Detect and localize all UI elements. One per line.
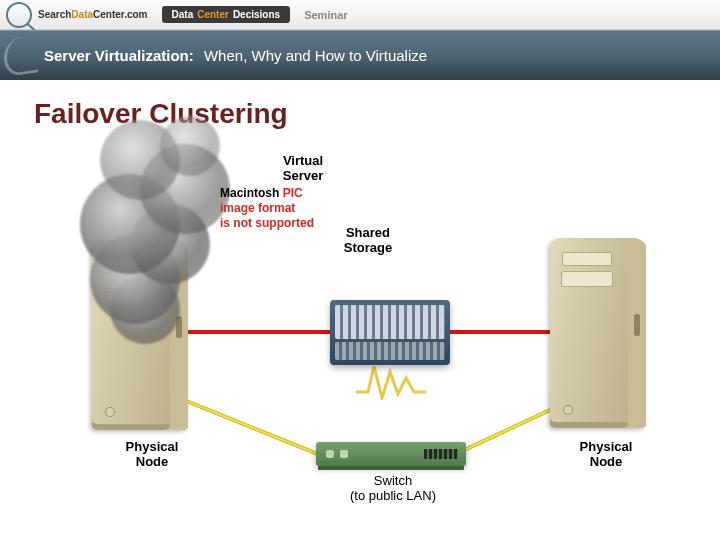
pill-word-3: Decisions xyxy=(233,9,280,20)
pill-data-center-decisions: Data Center Decisions xyxy=(162,6,291,23)
pill-word-1: Data xyxy=(172,9,194,20)
label-virtual-server: Virtual Server xyxy=(268,154,338,184)
pict-line1b: PIC xyxy=(283,186,303,200)
shared-storage-icon xyxy=(330,300,450,365)
swoosh-icon xyxy=(4,35,38,78)
pict-line1a: Macintosh xyxy=(220,186,283,200)
banner-strong: Server Virtualization: xyxy=(44,47,194,64)
physical-node-right-icon xyxy=(550,238,646,428)
pict-line3: is not supported xyxy=(220,216,314,230)
brand-prefix: Search xyxy=(38,9,71,20)
cable-storage-right xyxy=(448,330,552,334)
pict-line2: image format xyxy=(220,201,295,215)
label-physical-node-left: Physical Node xyxy=(112,440,192,470)
sub-banner: Server Virtualization: When, Why and How… xyxy=(0,30,720,80)
switch-icon xyxy=(316,442,466,466)
brand-accent: Data xyxy=(71,9,93,20)
heartbeat-icon xyxy=(356,360,426,400)
top-bar: SearchDataCenter.com Data Center Decisio… xyxy=(0,0,720,30)
banner-rest: When, Why and How to Virtualize xyxy=(204,47,427,64)
brand-suffix: Center.com xyxy=(93,9,147,20)
slide-title: Failover Clustering xyxy=(0,80,720,130)
search-icon xyxy=(6,2,32,28)
brand-search-datacenter: SearchDataCenter.com xyxy=(38,9,148,20)
pict-error-text: Macintosh PIC image format is not suppor… xyxy=(220,186,316,231)
diagram-stage: Macintosh PIC image format is not suppor… xyxy=(0,130,720,540)
pill-word-2: Center xyxy=(197,9,229,20)
cable-storage-left xyxy=(186,330,334,334)
label-switch: Switch (to public LAN) xyxy=(328,474,458,504)
seminar-label: Seminar xyxy=(304,9,347,21)
label-physical-node-right: Physical Node xyxy=(566,440,646,470)
label-shared-storage: Shared Storage xyxy=(328,226,408,256)
physical-node-left-icon xyxy=(92,240,188,430)
